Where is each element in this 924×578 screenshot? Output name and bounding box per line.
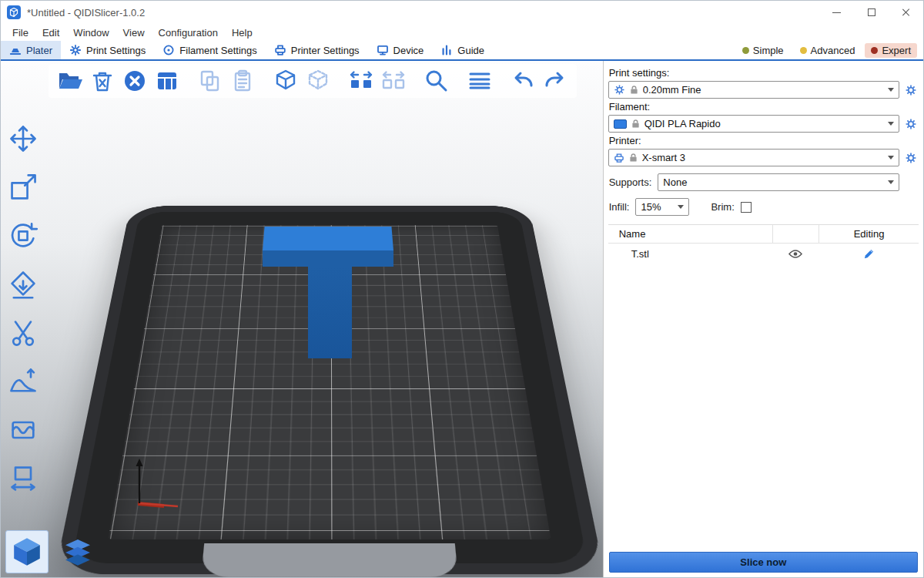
infill-combo[interactable]: 15% — [635, 198, 689, 216]
tab-device[interactable]: Device — [368, 41, 433, 59]
seam-paint-tool-button[interactable] — [5, 412, 41, 448]
arrange-button[interactable] — [152, 66, 182, 96]
column-header-visibility — [772, 225, 819, 243]
tab-print-settings[interactable]: Print Settings — [61, 41, 154, 59]
supports-value: None — [663, 176, 883, 188]
tab-bar: Plater Print Settings Filament Settings … — [1, 41, 923, 61]
tab-filament-settings[interactable]: Filament Settings — [154, 41, 265, 59]
measure-tool-button[interactable] — [5, 461, 41, 496]
undo-button[interactable] — [507, 66, 538, 96]
edit-object-button[interactable] — [819, 244, 919, 264]
delete-button[interactable] — [87, 66, 118, 96]
add-instance-button[interactable] — [270, 66, 301, 96]
object-list-row[interactable]: T.stl — [608, 244, 919, 264]
delete-icon — [89, 67, 116, 95]
brim-label: Brim: — [711, 201, 734, 213]
tab-plater[interactable]: Plater — [1, 41, 61, 59]
filament-gear-button[interactable] — [903, 116, 919, 133]
menu-window[interactable]: Window — [66, 27, 116, 39]
3d-viewport[interactable] — [1, 61, 603, 577]
scale-tool-button[interactable] — [5, 170, 41, 205]
variable-layer-height-button[interactable] — [464, 66, 495, 96]
mode-advanced[interactable]: Advanced — [794, 43, 862, 58]
paint-support-tool-button[interactable] — [5, 364, 41, 399]
model-t-top-face[interactable] — [263, 227, 393, 250]
print-settings-combo[interactable]: 0.20mm Fine — [608, 81, 899, 99]
filament-settings-icon — [162, 44, 175, 56]
printer-settings-icon — [274, 44, 286, 56]
3d-editor-view-button[interactable] — [5, 530, 49, 573]
gear-icon — [614, 84, 625, 96]
open-file-button[interactable] — [55, 66, 85, 96]
bed-origin-axis-icon — [129, 455, 190, 509]
menu-bar: File Edit Window View Configuration Help — [1, 24, 923, 41]
column-header-editing: Editing — [819, 225, 919, 243]
eye-icon — [788, 249, 802, 259]
minimize-icon — [832, 12, 841, 13]
paste-icon — [229, 67, 256, 95]
model-t-bar-front-face[interactable] — [263, 250, 393, 267]
tab-printer-settings[interactable]: Printer Settings — [266, 41, 368, 59]
printer-gear-button[interactable] — [903, 150, 919, 166]
rotate-tool-button[interactable] — [5, 218, 41, 254]
printer-combo[interactable]: X-smart 3 — [608, 149, 899, 166]
split-to-objects-button[interactable] — [346, 66, 377, 96]
close-icon — [902, 8, 911, 17]
mode-expert[interactable]: Expert — [865, 43, 917, 58]
window-title: *Untitled - QIDISlicer-1.0.2 — [27, 7, 145, 18]
minimize-button[interactable] — [819, 1, 854, 24]
main-content: Print settings: 0.20mm Fine — [1, 61, 923, 577]
title-bar: *Untitled - QIDISlicer-1.0.2 — [1, 1, 923, 24]
search-button[interactable] — [421, 66, 452, 96]
lock-icon — [630, 85, 638, 95]
tab-label: Printer Settings — [291, 45, 360, 56]
print-settings-gear-button[interactable] — [903, 82, 919, 99]
menu-file[interactable]: File — [5, 27, 35, 39]
paste-button[interactable] — [227, 66, 258, 96]
mode-simple[interactable]: Simple — [736, 43, 790, 58]
move-tool-button[interactable] — [5, 121, 41, 156]
model-t-stem-front-face[interactable] — [308, 267, 352, 358]
layers-preview-button[interactable] — [56, 530, 99, 573]
measure-icon — [8, 463, 38, 494]
copy-button[interactable] — [195, 66, 226, 96]
slice-now-label: Slice now — [740, 556, 786, 568]
tab-label: Filament Settings — [179, 45, 256, 56]
move-icon — [8, 123, 38, 154]
remove-instance-button[interactable] — [303, 66, 333, 96]
mode-label: Advanced — [811, 45, 855, 56]
print-settings-label: Print settings: — [609, 67, 919, 79]
mode-label: Simple — [753, 45, 784, 56]
delete-all-button[interactable] — [119, 66, 150, 96]
tab-label: Guide — [457, 45, 484, 56]
mode-label: Expert — [882, 45, 911, 56]
filament-combo[interactable]: QIDI PLA Rapido — [608, 115, 899, 133]
undo-icon — [509, 67, 537, 95]
chevron-down-icon — [888, 156, 894, 160]
menu-view[interactable]: View — [116, 27, 152, 39]
slice-now-button[interactable]: Slice now — [609, 552, 918, 573]
chevron-down-icon — [888, 122, 894, 126]
redo-button[interactable] — [540, 66, 571, 96]
tab-guide[interactable]: Guide — [432, 41, 493, 59]
brim-checkbox[interactable] — [741, 202, 752, 213]
split-to-parts-button[interactable] — [378, 66, 409, 96]
delete-all-icon — [121, 67, 149, 95]
supports-row: Supports: None — [609, 173, 899, 191]
advanced-mode-dot-icon — [800, 47, 807, 54]
edit-pencil-icon — [863, 248, 875, 260]
maximize-button[interactable] — [854, 1, 889, 24]
manipulation-toolbar — [5, 121, 41, 496]
menu-configuration[interactable]: Configuration — [152, 27, 225, 39]
menu-edit[interactable]: Edit — [35, 27, 66, 39]
cut-tool-button[interactable] — [5, 315, 41, 351]
device-icon — [377, 44, 389, 56]
redo-icon — [541, 67, 569, 95]
supports-combo[interactable]: None — [658, 173, 899, 191]
maximize-icon — [868, 8, 875, 16]
gear-icon — [905, 84, 917, 96]
place-on-face-tool-button[interactable] — [5, 267, 41, 302]
menu-help[interactable]: Help — [225, 27, 259, 39]
visibility-toggle-button[interactable] — [772, 244, 819, 264]
close-button[interactable] — [889, 1, 923, 24]
